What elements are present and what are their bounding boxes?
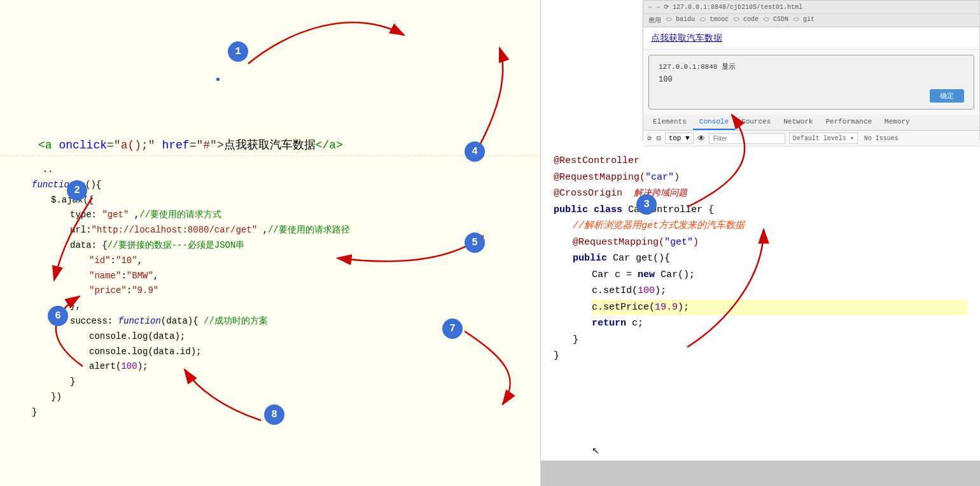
js-function-line: function a(){ <box>32 178 531 193</box>
html-equals: =" <box>107 139 121 152</box>
bookmark-git: ⬭ git <box>794 16 815 25</box>
step-1-circle: 1 <box>228 41 248 62</box>
step-4-circle: 4 <box>465 141 485 162</box>
alert-title: 127.0.0.1:8848 显示 <box>659 62 964 71</box>
java-close-method: } <box>573 332 967 348</box>
js-name-line: "name":"BMW", <box>89 269 531 284</box>
top-context: top ▼ <box>665 132 694 144</box>
js-alert-line: alert(100); <box>89 359 531 375</box>
java-keyword-public-2: public <box>573 253 607 264</box>
url-bar: ← → ⟳ 127.0.0.1:8848/cjb2105/test01.html <box>643 1 979 14</box>
java-request-mapping-car: @RequestMapping("car") <box>554 169 967 186</box>
annotation-mapping-car: @RequestMapping("car") <box>554 172 680 183</box>
html-tag-close: </a> <box>316 139 343 152</box>
browser-link[interactable]: 点我获取汽车数据 <box>651 33 722 43</box>
html-attr-href: href <box>162 139 189 152</box>
js-ajax-line: $.ajax({ <box>51 193 531 208</box>
devtools-tabs: Elements Console Sources Network Perform… <box>643 115 979 131</box>
js-id-value: "10" <box>116 255 137 266</box>
step-7-circle: 7 <box>442 318 463 339</box>
java-code-block: @RestController @RequestMapping("car") @… <box>541 147 980 486</box>
html-value-onclick: a(); <box>121 139 148 152</box>
java-close-class: } <box>554 348 967 364</box>
mapping-get-value: "get" <box>664 237 693 248</box>
filter-input[interactable] <box>709 133 785 144</box>
step-8-circle: 8 <box>264 404 284 425</box>
js-consolelog2-line: console.log(data.id); <box>89 345 531 360</box>
js-url-line: url:"http://localhost:8080/car/get" ,//要… <box>70 223 531 238</box>
gray-bottom-bar <box>541 461 980 486</box>
tab-performance[interactable]: Performance <box>819 115 878 130</box>
js-data-comment: //要拼接的数据---必须是JSON串 <box>108 240 245 250</box>
html-equals2: =" <box>190 139 204 152</box>
js-price-value: "9.9" <box>132 285 158 296</box>
js-consolelog1-line: console.log(data); <box>89 329 531 345</box>
js-dots: .. <box>32 162 531 178</box>
default-levels[interactable]: Default levels ▾ <box>789 132 858 144</box>
devtools-toolbar: ⊘ ⊡ top ▼ 👁 Default levels ▾ No Issues <box>643 131 979 147</box>
html-quote-end: " <box>148 139 162 152</box>
tab-console[interactable]: Console <box>693 115 735 130</box>
annotation-crossorigin: @CrossOrigin <box>554 188 622 199</box>
js-success-comment: //成功时的方案 <box>204 316 268 326</box>
java-keyword-new: new <box>638 269 655 280</box>
java-public-car-get: public Car get(){ <box>573 250 967 267</box>
java-cross-origin-line: @CrossOrigin 解决跨域问题 <box>554 185 967 202</box>
js-data-line: data: {//要拼接的数据---必须是JSON串 <box>70 238 531 254</box>
bookmark-bar: 應用 ⬭ baidu ⬭ tmooc ⬭ code ⬭ CSDN ⬭ git <box>643 14 979 27</box>
js-price-line: "price":"9.9" <box>89 283 531 299</box>
js-type-value: "get" <box>102 210 129 220</box>
alert-ok-button[interactable]: 确定 <box>930 89 964 103</box>
java-method-comment: //解析浏览器用get方式发来的汽车数据 <box>573 218 967 234</box>
main-container: <a onclick="a();" href="#">点我获取汽车数据</a> … <box>0 0 980 486</box>
cursor: ↖ <box>592 441 599 457</box>
annotation-rest: @RestController <box>554 155 640 166</box>
alert-dialog: 127.0.0.1:8848 显示 100 确定 <box>648 55 974 110</box>
bookmark-baidu: ⬭ baidu <box>666 16 695 25</box>
bookmark-tmooc: ⬭ tmooc <box>700 16 729 25</box>
java-set-id: c.setId(100); <box>592 283 967 299</box>
step-6-circle: 6 <box>48 306 68 326</box>
bookmark-csdn: ⬭ CSDN <box>764 16 788 25</box>
js-alert-number: 100 <box>121 361 137 371</box>
tab-sources[interactable]: Sources <box>735 115 777 130</box>
js-success-keyword: function <box>118 316 161 326</box>
html-attr-onclick: onclick <box>59 139 107 152</box>
js-type-comment: //要使用的请求方式 <box>139 210 221 220</box>
tab-elements[interactable]: Elements <box>647 115 693 130</box>
mapping-car-value: "car" <box>645 172 674 183</box>
webpage-content: 点我获取汽车数据 <box>643 27 979 50</box>
right-panel: ← → ⟳ 127.0.0.1:8848/cjb2105/test01.html… <box>541 0 980 486</box>
html-quote-end2: "> <box>210 139 224 152</box>
tab-network[interactable]: Network <box>777 115 819 130</box>
html-code-line: <a onclick="a();" href="#">点我获取汽车数据</a> <box>0 0 540 156</box>
java-set-price: c.setPrice(19.9); <box>592 299 967 316</box>
eye-icon: 👁 <box>697 134 705 143</box>
js-name-key: "name" <box>89 271 121 281</box>
java-request-mapping-get: @RequestMapping("get") <box>573 234 967 251</box>
url-text: ← → ⟳ 127.0.0.1:8848/cjb2105/test01.html <box>648 3 802 11</box>
js-url-value: "http://localhost:8080/car/get" <box>92 225 257 235</box>
java-car-new: Car c = new Car(); <box>592 267 967 283</box>
js-name-value: "BMW" <box>127 271 153 281</box>
toolbar-icons: ⊘ ⊡ <box>647 134 661 143</box>
java-public-class-line: public class CarController { <box>554 202 967 218</box>
java-keyword-public-1: public <box>554 204 588 215</box>
java-keyword-return: return <box>592 318 626 329</box>
js-type-line: type: "get" ,//要使用的请求方式 <box>70 208 531 223</box>
devtools-panel: ← → ⟳ 127.0.0.1:8848/cjb2105/test01.html… <box>643 0 980 140</box>
no-issues-label: No Issues <box>864 135 899 142</box>
tab-memory[interactable]: Memory <box>878 115 916 130</box>
html-link-text: 点我获取汽车数据 <box>224 139 316 152</box>
annotation-mapping-get: @RequestMapping("get") <box>573 237 699 248</box>
bookmark-apps: 應用 <box>648 16 661 25</box>
html-value-href: # <box>203 139 210 152</box>
java-price-value: 19.9 <box>655 302 678 313</box>
java-return: return c; <box>592 315 967 332</box>
left-panel: <a onclick="a();" href="#">点我获取汽车数据</a> … <box>0 0 541 486</box>
step-5-circle: 5 <box>465 232 485 253</box>
java-rest-controller: @RestController <box>554 153 967 169</box>
step-3-circle: 3 <box>636 194 657 215</box>
js-close-data: }, <box>70 299 531 314</box>
java-keyword-class: class <box>594 204 622 215</box>
